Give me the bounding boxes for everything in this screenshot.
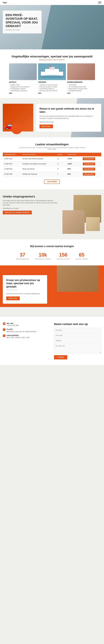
card-title-cruises: CRUISES	[38, 81, 66, 83]
card-price-cruises: €619	[38, 92, 66, 94]
card-title-hotels: HOTELS	[9, 81, 37, 83]
row-date: 15 SEP 2023	[3, 172, 21, 177]
card-image-hotels	[9, 63, 37, 80]
row-destination: Monde naar Binrote	[21, 166, 56, 172]
stress-left	[3, 104, 33, 132]
card-list-cruises: Toegang luxe set bovenaabd van Privé-acc…	[38, 84, 66, 92]
stress-content-box: Reizen is een goede methode om stress lo…	[36, 104, 101, 132]
contact-message-textarea[interactable]	[54, 344, 101, 354]
stat-label: KOPPEN-KOPPIE	[56, 258, 70, 260]
row-price: 978 €	[66, 166, 82, 172]
stat-label: BESTEMMINGEN	[16, 258, 29, 260]
card-price-hotels: €619	[9, 92, 37, 94]
personalized-photo-credit: Afbeelding van Freepik	[6, 289, 44, 291]
stat-number: 37	[16, 252, 29, 258]
program-image-stack	[62, 195, 101, 234]
offers-heading: Laatste reisaanbiedingen	[3, 143, 101, 146]
table-row: 12 SEP 2023 Monde naar Binrote 8 978 € R…	[3, 166, 101, 172]
table-row: 15 SEP 2023 Zoekrijd naar Traasveld 7 56…	[3, 172, 101, 177]
contact-section: ☎ BEL ONS +316 123 456 7890 ● PLAATS Blo…	[0, 317, 104, 365]
programs-button[interactable]: BEKIJK ALLE RONDLEIDINGEN	[3, 211, 32, 214]
offers-section: Laatste reisaanbiedingen Lorem ipsum dol…	[0, 137, 104, 190]
contact-phone-item: ☎ BEL ONS +316 123 456 7890	[3, 322, 50, 327]
contact-name-input[interactable]	[54, 328, 101, 332]
row-destination: Rondleiden naar Bouillon naar bouillon	[21, 161, 56, 166]
stat-number: 65	[76, 252, 88, 258]
card-price-rondreidingen: €615	[67, 92, 95, 94]
stat-label: UNIEKE IDEEËN	[76, 258, 88, 260]
contact-phone-input[interactable]	[54, 338, 101, 343]
col-header-name: NAAM VAN DE REIS	[21, 153, 56, 156]
location-value: Block Street, Lower York, NY 12345 678 1…	[7, 331, 36, 332]
personalized-section: Ervaar een privéavontuur op maat, specia…	[0, 266, 104, 317]
book-button[interactable]: REIS BEKIJKEN	[83, 173, 95, 176]
card-rondreidingen: RONDLEIDINGEN Rondleidingen 20+ zorgvuld…	[67, 63, 95, 94]
program-image-2	[62, 210, 84, 234]
list-item: Rondleidingen	[67, 84, 95, 86]
contact-form: STUREN	[54, 328, 101, 360]
programs-body: Sem integer vitae arcu eget magna fringi…	[3, 200, 60, 206]
card-cruises: CRUISES Toegang luxe set bovenaabd van P…	[38, 63, 66, 94]
card-list-rondreidingen: Rondleidingen 20+ zorgvuldig geselecte 2…	[67, 84, 95, 92]
clock-icon: ⏱	[3, 334, 6, 337]
load-more-button[interactable]: LEES VERDER	[44, 180, 60, 184]
svg-point-5	[40, 75, 64, 78]
list-item: Dagelijks verblijf	[9, 84, 37, 86]
hero-photo-credit: Afbeelding van Freepik	[6, 29, 39, 31]
stress-orange-circle	[11, 123, 22, 134]
personalized-heading: Ervaar een privéavontuur op maat, specia…	[6, 278, 44, 288]
col-header-action	[82, 153, 101, 156]
hamburger-line-3	[98, 3, 101, 4]
program-image-3	[86, 217, 100, 231]
stats-heading: Wij kunnen u overal naartoe brengen	[3, 245, 101, 248]
personalized-button[interactable]: MEER INFO	[6, 296, 20, 300]
stress-body: Dit is een zeer populaire beschrijving v…	[40, 115, 98, 120]
book-button[interactable]: REIS BEKIJKEN	[83, 158, 95, 160]
book-button[interactable]: REIS BEKIJKEN	[83, 162, 95, 165]
stat-number: 156	[56, 252, 70, 258]
row-date: 10 SEP 2023	[3, 156, 21, 162]
experiences-heading: Ongelooflijke reiservaringen, speciaal v…	[3, 55, 101, 58]
hamburger-line-1	[98, 2, 101, 2]
experiences-subtitle: Afbeeldingen van Freepik	[3, 59, 101, 60]
experiences-section: Ongelooflijke reiservaringen, speciaal v…	[0, 49, 104, 98]
book-button[interactable]: REIS BEKIJKEN	[83, 168, 95, 170]
list-item: Toegang hotels set bovenaabd van	[9, 86, 37, 88]
logo: logo	[3, 2, 7, 4]
stress-right: Reizen is een goede methode om stress lo…	[36, 104, 101, 132]
contact-submit-button[interactable]: STUREN	[54, 355, 67, 360]
contact-location-item: ● PLAATS Block Street, Lower York, NY 12…	[3, 328, 50, 333]
col-header-days: DAGEN	[56, 153, 66, 156]
contact-left: ☎ BEL ONS +316 123 456 7890 ● PLAATS Blo…	[3, 322, 50, 360]
hero-image	[42, 5, 104, 49]
programs-section: Unieke reisprogramma's Sem integer vitae…	[0, 190, 104, 239]
contact-heading: Neem contact met ons op	[54, 322, 101, 326]
row-date: 12 SEP 2023	[3, 166, 21, 172]
row-price: 560 €	[66, 172, 82, 177]
programs-left: Unieke reisprogramma's Sem integer vitae…	[3, 195, 60, 214]
list-item: 20+ zorgvuldig geselecte 2,500	[67, 86, 95, 88]
hamburger-line-2	[98, 2, 101, 3]
contact-phone-text: BEL ONS +316 123 456 7890	[7, 322, 18, 327]
card-image-cruises	[38, 63, 66, 80]
list-item: excursies uit alle over de wereld	[38, 90, 66, 92]
phone-label: BEL ONS	[7, 322, 18, 325]
contact-hours-item: ⏱ KANTOORUREN Ma-Vr: 9:00 - 18:00 Za: 10…	[3, 334, 50, 339]
stat-number: 10k	[34, 252, 51, 258]
hamburger-button[interactable]	[98, 2, 101, 4]
programs-right	[62, 195, 101, 234]
row-price: 1.750 €	[66, 156, 82, 162]
hours-value: Ma-Vr: 9:00 - 18:00 Za: 10:00 - 14:00	[7, 337, 30, 338]
col-header-price: VANAF PRIJS	[66, 153, 82, 156]
stat-item-idees: 65 UNIEKE IDEEËN	[76, 252, 88, 260]
col-header-date: VERTREKDATUM	[3, 153, 21, 156]
personalized-image	[57, 266, 98, 292]
list-item: Kamergereikten, exclusieve	[9, 88, 37, 90]
personalized-box: Ervaar een privéavontuur op maat, specia…	[3, 275, 47, 304]
contact-email-input[interactable]	[54, 333, 101, 338]
list-item: Toegang luxe set bovenaabd van	[38, 84, 66, 86]
personalized-content: Ervaar een privéavontuur op maat, specia…	[3, 307, 101, 311]
stress-more-info-button[interactable]: MEER INFO	[40, 124, 53, 128]
contact-right: Neem contact met ons op STUREN	[54, 322, 101, 360]
row-days: 7	[56, 172, 66, 177]
